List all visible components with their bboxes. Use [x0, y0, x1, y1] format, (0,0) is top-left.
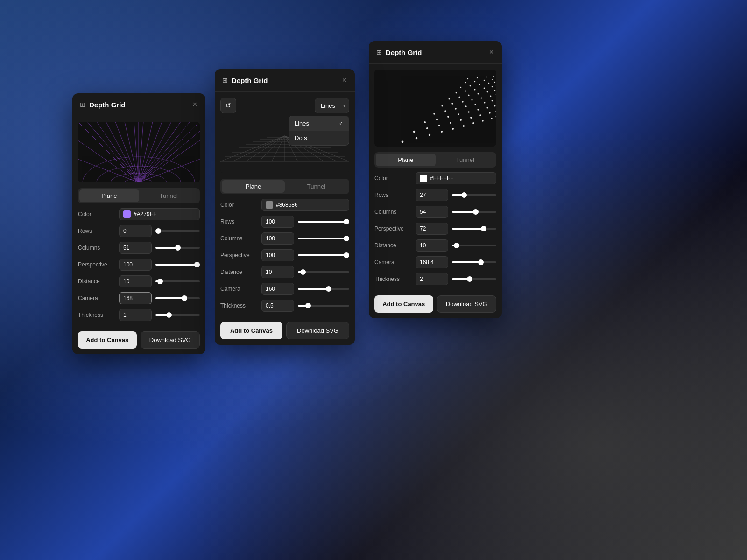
rows-input-right[interactable] — [416, 189, 448, 201]
check-icon: ✓ — [339, 120, 343, 126]
svg-point-94 — [426, 127, 428, 129]
dropdown-item-lines[interactable]: Lines ✓ — [289, 116, 349, 131]
refresh-button[interactable]: ↺ — [220, 98, 236, 113]
distance-input-right[interactable] — [416, 239, 448, 252]
svg-point-84 — [492, 100, 493, 102]
camera-slider-right[interactable] — [452, 261, 496, 263]
columns-row-right: Columns — [374, 206, 496, 218]
perspective-input-mid[interactable] — [261, 249, 294, 261]
add-canvas-button-right[interactable]: Add to Canvas — [374, 295, 433, 313]
perspective-slider-mid[interactable] — [298, 254, 349, 256]
distance-row-mid: Distance — [220, 266, 349, 278]
columns-input-left[interactable] — [119, 242, 152, 254]
columns-input-right[interactable] — [416, 206, 448, 218]
svg-point-51 — [474, 81, 476, 83]
rows-input-left[interactable] — [119, 225, 152, 237]
add-canvas-button-left[interactable]: Add to Canvas — [78, 331, 137, 349]
download-svg-button-right[interactable]: Download SVG — [437, 295, 497, 313]
svg-point-97 — [460, 119, 462, 121]
camera-slider-left[interactable] — [155, 297, 200, 299]
mode-toggle-right: Plane Tunnel — [374, 152, 496, 168]
color-row-right: Color #FFFFFF — [374, 172, 496, 184]
rows-input-mid[interactable] — [261, 216, 294, 228]
distance-input-mid[interactable] — [261, 266, 294, 278]
camera-label-mid: Camera — [220, 286, 258, 292]
columns-slider-left[interactable] — [155, 247, 200, 249]
rows-label-mid: Rows — [220, 218, 258, 225]
camera-input-mid[interactable] — [261, 283, 294, 295]
svg-point-47 — [477, 77, 478, 78]
thickness-label-mid: Thickness — [220, 302, 258, 309]
color-input-right[interactable]: #FFFFFF — [416, 172, 496, 184]
svg-point-81 — [465, 105, 466, 107]
svg-point-73 — [462, 101, 463, 102]
type-dropdown[interactable]: Lines Dots — [315, 98, 349, 113]
dropdown-item-dots[interactable]: Dots — [289, 131, 349, 145]
plane-btn-right[interactable]: Plane — [376, 154, 436, 166]
svg-point-104 — [429, 134, 430, 136]
thickness-input-mid[interactable] — [261, 300, 294, 312]
rows-slider-left[interactable] — [155, 230, 200, 232]
svg-point-69 — [487, 91, 488, 93]
thickness-slider-left[interactable] — [155, 314, 200, 316]
tunnel-btn-mid[interactable]: Tunnel — [285, 180, 348, 193]
preview-left — [78, 122, 200, 182]
camera-row-right: Camera — [374, 256, 496, 268]
thickness-input-right[interactable] — [416, 273, 448, 285]
close-button-left[interactable]: × — [192, 100, 198, 109]
rows-label-left: Rows — [78, 228, 115, 234]
columns-row-left: Columns — [78, 242, 200, 254]
svg-point-54 — [460, 87, 462, 88]
svg-point-65 — [449, 98, 450, 100]
plane-btn-mid[interactable]: Plane — [222, 180, 285, 193]
svg-point-52 — [484, 80, 485, 81]
distance-slider-right[interactable] — [452, 245, 496, 246]
camera-input-left[interactable] — [119, 292, 152, 304]
tunnel-btn-right[interactable]: Tunnel — [436, 154, 495, 166]
thickness-slider-right[interactable] — [452, 278, 496, 280]
download-svg-button-left[interactable]: Download SVG — [141, 331, 200, 349]
thickness-input-left[interactable] — [119, 309, 152, 321]
grid-icon-left: ⊞ — [80, 101, 85, 108]
perspective-input-right[interactable] — [416, 223, 448, 235]
header-left-group: ⊞ Depth Grid — [80, 101, 126, 109]
svg-point-78 — [433, 113, 435, 115]
perspective-input-left[interactable] — [119, 259, 152, 271]
rows-slider-right[interactable] — [452, 194, 496, 196]
svg-point-71 — [441, 105, 443, 106]
rows-slider-mid[interactable] — [298, 221, 349, 223]
distance-input-left[interactable] — [119, 275, 152, 287]
svg-point-68 — [478, 93, 479, 95]
close-button-right[interactable]: × — [488, 48, 494, 57]
camera-slider-mid[interactable] — [298, 288, 349, 290]
close-button-mid[interactable]: × — [341, 76, 347, 85]
columns-slider-mid[interactable] — [298, 238, 349, 239]
columns-label-mid: Columns — [220, 235, 258, 242]
svg-rect-45 — [374, 70, 496, 147]
color-input-mid[interactable]: #868686 — [261, 199, 349, 211]
thickness-label-left: Thickness — [78, 312, 115, 318]
add-canvas-button-mid[interactable]: Add to Canvas — [220, 322, 282, 339]
color-value-mid: #868686 — [276, 202, 298, 208]
thickness-slider-mid[interactable] — [298, 305, 349, 307]
perspective-slider-left[interactable] — [155, 264, 200, 266]
svg-point-75 — [481, 98, 482, 99]
columns-input-mid[interactable] — [261, 232, 294, 245]
panel-header-left: ⊞ Depth Grid × — [72, 93, 205, 116]
perspective-slider-right[interactable] — [452, 228, 496, 230]
panel-header-mid: ⊞ Depth Grid × — [215, 69, 355, 92]
plane-btn-left[interactable]: Plane — [79, 189, 139, 202]
download-svg-button-mid[interactable]: Download SVG — [286, 322, 349, 339]
tunnel-btn-left[interactable]: Tunnel — [139, 189, 199, 202]
svg-point-57 — [488, 83, 490, 84]
camera-input-right[interactable] — [416, 256, 448, 268]
svg-point-79 — [444, 110, 446, 112]
header-right-group: ⊞ Depth Grid — [376, 49, 422, 56]
distance-slider-left[interactable] — [155, 280, 200, 282]
svg-point-109 — [482, 120, 484, 122]
color-input-left[interactable]: #A279FF — [119, 208, 200, 220]
distance-slider-mid[interactable] — [298, 271, 349, 273]
distance-label-mid: Distance — [220, 269, 258, 275]
svg-point-74 — [471, 99, 472, 100]
columns-slider-right[interactable] — [452, 211, 496, 213]
